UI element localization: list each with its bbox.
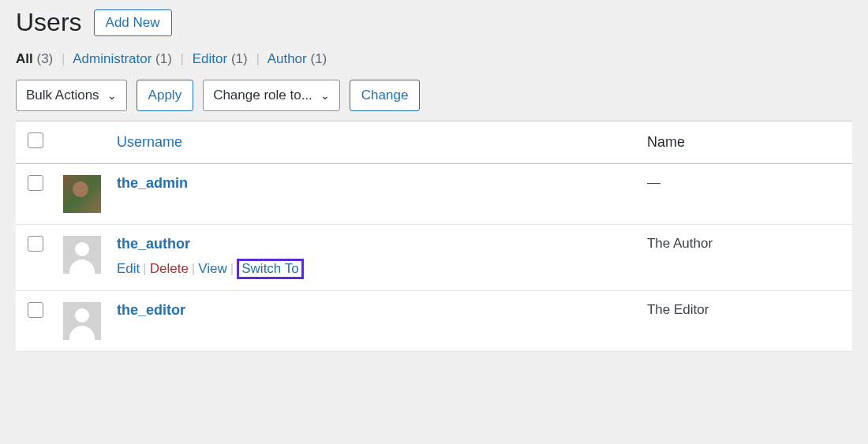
switch-to-highlight: Switch To	[237, 259, 303, 279]
column-username[interactable]: Username	[109, 121, 639, 164]
filter-editor[interactable]: Editor	[193, 51, 227, 66]
row-checkbox[interactable]	[28, 236, 43, 252]
filter-all-count: (3)	[36, 51, 53, 66]
chevron-down-icon: ⌄	[107, 89, 117, 102]
row-checkbox[interactable]	[28, 302, 43, 318]
change-button[interactable]: Change	[350, 80, 421, 111]
avatar	[63, 175, 101, 213]
table-row: the_author Edit|Delete|View|Switch To Th…	[16, 225, 852, 291]
username-link[interactable]: the_editor	[117, 302, 185, 318]
user-name: The Author	[639, 225, 852, 291]
username-link[interactable]: the_admin	[117, 175, 188, 191]
edit-link[interactable]: Edit	[117, 261, 140, 276]
apply-button[interactable]: Apply	[137, 80, 194, 111]
filter-editor-count: (1)	[231, 51, 248, 66]
username-link[interactable]: the_author	[117, 236, 190, 252]
select-all-checkbox[interactable]	[28, 132, 43, 148]
filter-all[interactable]: All	[16, 51, 33, 66]
filter-administrator[interactable]: Administrator	[73, 51, 152, 66]
table-row: the_editor The Editor	[16, 291, 852, 352]
column-name: Name	[639, 121, 852, 164]
users-table: Username Name the_admin — the_author Edi	[16, 121, 852, 352]
view-link[interactable]: View	[198, 261, 227, 276]
bulk-actions-select[interactable]: Bulk Actions ⌄	[16, 80, 127, 111]
avatar	[63, 302, 101, 340]
filter-admin-count: (1)	[155, 51, 172, 66]
change-role-label: Change role to...	[213, 88, 312, 103]
user-name: The Editor	[639, 291, 852, 352]
role-filter-bar: All (3) | Administrator (1) | Editor (1)…	[16, 51, 852, 67]
switch-to-link[interactable]: Switch To	[241, 261, 298, 276]
user-name: —	[639, 164, 852, 225]
avatar	[63, 236, 101, 274]
change-role-select[interactable]: Change role to... ⌄	[203, 80, 340, 111]
row-checkbox[interactable]	[28, 175, 43, 191]
filter-author-count: (1)	[310, 51, 327, 66]
delete-link[interactable]: Delete	[150, 261, 189, 276]
page-title: Users	[16, 8, 82, 37]
chevron-down-icon: ⌄	[320, 89, 330, 102]
add-new-button[interactable]: Add New	[94, 9, 172, 36]
row-actions: Edit|Delete|View|Switch To	[117, 259, 631, 279]
bulk-actions-label: Bulk Actions	[26, 88, 99, 103]
filter-author[interactable]: Author	[268, 51, 307, 66]
table-row: the_admin —	[16, 164, 852, 225]
